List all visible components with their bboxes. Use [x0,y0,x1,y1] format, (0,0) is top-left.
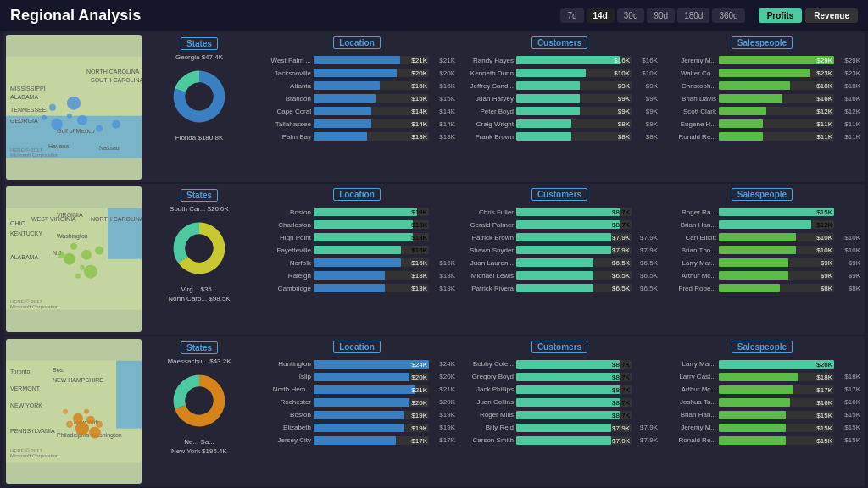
bar-track: $8.7K [516,398,632,407]
section-header-customers: Customers [531,341,587,353]
svg-text:NEW HAMPSHIRE: NEW HAMPSHIRE [53,376,103,382]
svg-point-11 [77,115,87,125]
bar-label: Cambridge [259,285,311,292]
states-section-row2: StatesSouth Car... $26.0KVirg... $35...N… [144,186,254,331]
bar-row: Brian Han...$12K [664,219,860,230]
bar-row: Walter Co...$23K$23K [664,67,860,79]
bar-fill: $8K [719,284,780,292]
bar-label: Jersey City [259,436,311,444]
svg-point-52 [75,421,89,435]
svg-text:KENTUCKY: KENTUCKY [10,230,42,236]
bar-track: $20K [314,69,429,77]
bar-value-inline: $16K [411,247,427,254]
bar-label: North Hem... [259,385,311,393]
bar-value-inline: $13K [411,133,427,141]
time-btn-360d[interactable]: 360d [712,8,744,23]
bar-ext-value: $6.5K [634,285,658,292]
svg-text:Washington: Washington [57,233,88,240]
section-header-location: Location [333,36,381,49]
bar-label: Patrick Rivera [461,285,514,292]
bar-label: Jeffrey Sand... [461,82,514,90]
bar-fill: $16K [516,56,620,64]
svg-text:Nassau: Nassau [99,145,120,151]
page-title: Regional Analysis [10,7,141,25]
bar-label: Cape Coral [259,108,311,115]
bar-row: Brandon$15K$15K [259,92,455,104]
bar-label: High Point [259,234,311,241]
bar-track: $6.5K [516,271,632,280]
bar-fill: $19K [314,424,404,432]
bar-ext-value: $21K [431,385,455,393]
svg-point-13 [51,119,63,130]
svg-point-35 [80,265,85,270]
bar-label: Tallahassee [259,120,311,128]
donut-chart-row2 [165,214,233,284]
bar-label: Randy Hayes [461,57,514,64]
bar-row: Elizabeth$19K$19K [259,422,455,434]
bar-value-inline: $20K [411,398,427,406]
bar-fill: $7.9K [516,246,611,254]
bar-track: $16K [314,246,429,254]
bar-fill: $17K [719,385,793,394]
bar-track: $8.7K [516,385,632,394]
bar-value-inline: $15K [411,95,427,103]
revenue-button[interactable]: Revenue [805,8,858,23]
svg-text:Microsoft Corporation: Microsoft Corporation [10,452,58,458]
bar-row: Jersey City$17K$17K [259,435,455,446]
bar-row: Juan Harvey$9K$9K [461,92,658,104]
bar-track: $6.5K [516,258,632,267]
bar-value-inline: $6.5K [612,272,630,280]
bar-row: Shawn Snyder$7.9K$7.9K [461,244,658,256]
bar-track: $13K [314,271,429,280]
bar-ext-value: $29K [837,57,860,64]
bar-value-inline: $15K [816,208,832,216]
bar-row: Tallahassee$14K$14K [259,118,455,130]
profits-button[interactable]: Profits [759,8,803,23]
bar-fill: $16K [314,258,401,267]
bar-track: $14K [314,107,429,115]
svg-point-54 [96,420,103,427]
bar-fill: $21K [314,56,400,64]
bar-row: Jeremy M...$29K$29K [664,54,860,66]
bar-fill: $8.7K [516,411,620,419]
bar-row: Gregory Boyd$8.7K [461,371,658,383]
row-row2: OHIO KENTUCKY WEST VIRGINIA VIRGINIA Was… [3,184,865,334]
bar-track: $15K [719,411,834,419]
svg-text:MISSISSIPPI: MISSISSIPPI [10,86,46,92]
bar-fill: $8.7K [516,398,620,407]
bar-row: Fred Robe...$8K$8K [664,282,860,294]
bar-label: Brandon [259,95,311,103]
bar-value-inline: $19K [411,411,427,419]
time-btn-30d[interactable]: 30d [617,8,645,23]
bar-value-inline: $18K [411,234,427,241]
map-row1: TENNESSEE GEORGIA Gulf of Mexico ALABAMA… [6,35,142,180]
bar-ext-value: $11K [837,120,860,128]
bar-row: Gerald Palmer$8.7K [461,219,658,230]
time-btn-7d[interactable]: 7d [560,8,583,23]
bar-track: $8.7K [516,360,632,369]
bar-fill: $8.7K [516,208,620,216]
svg-point-33 [95,247,103,255]
bar-label: Eugene H... [664,120,716,128]
bar-label: Palm Bay [259,133,311,141]
bar-track: $9K [516,94,632,103]
bar-value-inline: $16K [816,95,832,103]
bar-label: Jack Phillips [461,385,514,393]
bar-ext-value: $15K [837,411,860,419]
time-btn-90d[interactable]: 90d [647,8,675,23]
bar-fill: $15K [719,436,786,445]
time-btn-180d[interactable]: 180d [677,8,709,23]
bar-track: $8K [719,284,834,292]
bar-row: Cape Coral$14K$14K [259,105,455,117]
bar-fill: $18K [719,373,798,381]
bar-row: High Point$18K [259,231,455,243]
bar-ext-value: $10K [634,69,658,77]
bar-value-inline: $17K [816,385,832,393]
bar-label: Islip [259,373,311,380]
bar-row: Jeffrey Sand...$9K$9K [461,80,658,92]
bar-value-inline: $15K [816,436,832,444]
time-btn-14d[interactable]: 14d [587,8,615,23]
svg-text:PENNSYLVANIA: PENNSYLVANIA [10,427,55,433]
bar-row: Patrick Brown$7.9K$7.9K [461,231,658,243]
bar-track: $9K [516,81,632,90]
